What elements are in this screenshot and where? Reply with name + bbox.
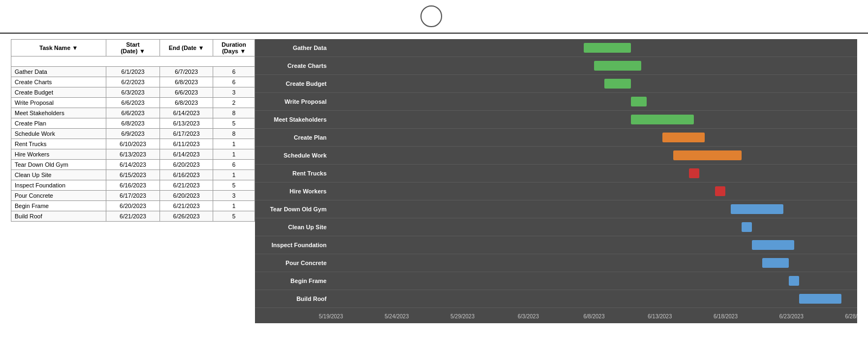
task-name: Schedule Work <box>11 129 106 139</box>
task-start: 6/14/2023 <box>106 160 160 170</box>
task-name: Tear Down Old Gym <box>11 160 106 170</box>
task-end: 6/8/2023 <box>159 77 213 87</box>
xaxis-label: 5/19/2023 <box>319 313 343 319</box>
task-start: 6/13/2023 <box>106 149 160 160</box>
task-dur: 1 <box>213 170 255 180</box>
table-row: Meet Stakeholders 6/6/2023 6/14/2023 8 <box>11 108 255 118</box>
task-start: 6/16/2023 <box>106 180 160 191</box>
col-start: Start(Date) ▼ <box>106 40 160 56</box>
page-header <box>0 0 868 34</box>
task-end: 6/21/2023 <box>159 201 213 211</box>
gantt-row-label: Create Charts <box>255 62 331 69</box>
gantt-row-label: Begin Frame <box>255 278 331 284</box>
task-start: 6/3/2023 <box>106 87 160 98</box>
gantt-bar <box>662 133 705 142</box>
table-row: Pour Concrete 6/17/2023 6/20/2023 3 <box>11 191 255 201</box>
gantt-bar <box>762 258 789 268</box>
xaxis-label: 6/23/2023 <box>780 313 804 319</box>
task-end: 6/16/2023 <box>159 170 213 180</box>
task-end: 6/20/2023 <box>159 160 213 170</box>
xaxis-label: 6/18/2023 <box>713 313 738 319</box>
gantt-row: Clean Up Site <box>255 218 857 236</box>
gantt-row-label: Write Proposal <box>255 98 331 105</box>
gantt-bar <box>594 61 641 71</box>
gantt-row: Gather Data <box>255 39 857 57</box>
table-row: Schedule Work 6/9/2023 6/17/2023 8 <box>11 129 255 139</box>
gantt-row-label: Create Budget <box>255 80 331 87</box>
table-row: Create Charts 6/2/2023 6/8/2023 6 <box>11 77 255 87</box>
gantt-row: Pour Concrete <box>255 254 857 272</box>
gantt-row-label: Hire Workers <box>255 188 331 194</box>
task-name: Hire Workers <box>11 149 106 160</box>
task-name: Inspect Foundation <box>11 180 106 191</box>
task-dur: 5 <box>213 180 255 191</box>
gantt-bar <box>584 43 631 53</box>
task-dur: 6 <box>213 67 255 77</box>
table-row: Rent Trucks 6/10/2023 6/11/2023 1 <box>11 139 255 149</box>
gantt-bar <box>689 168 699 178</box>
gantt-row: Build Roof <box>255 290 857 308</box>
gantt-bar <box>789 276 799 286</box>
task-dur: 5 <box>213 118 255 129</box>
table-row: Hire Workers 6/13/2023 6/14/2023 1 <box>11 149 255 160</box>
gantt-bar <box>742 222 752 232</box>
task-end: 6/17/2023 <box>159 129 213 139</box>
gantt-bar <box>631 115 694 124</box>
gantt-bar <box>673 150 742 160</box>
task-dur: 1 <box>213 201 255 211</box>
gantt-row-label: Meet Stakeholders <box>255 116 331 123</box>
task-table-container: Task Name ▼ Start(Date) ▼ End (Date ▼ Du… <box>11 39 255 323</box>
task-dur: 3 <box>213 191 255 201</box>
task-end: 6/13/2023 <box>159 118 213 129</box>
gantt-row: Create Charts <box>255 57 857 75</box>
xaxis-label: 6/28/2023 <box>845 313 857 319</box>
pm-logo <box>420 5 442 27</box>
task-end: 6/21/2023 <box>159 180 213 191</box>
table-row: Clean Up Site 6/15/2023 6/16/2023 1 <box>11 170 255 180</box>
gantt-row: Rent Trucks <box>255 165 857 183</box>
task-dur: 8 <box>213 129 255 139</box>
gantt-row-label: Pour Concrete <box>255 260 331 266</box>
task-name: Meet Stakeholders <box>11 108 106 118</box>
task-dur: 3 <box>213 87 255 98</box>
table-row: Create Budget 6/3/2023 6/6/2023 3 <box>11 87 255 98</box>
task-dur: 5 <box>213 211 255 222</box>
task-end: 6/7/2023 <box>159 67 213 77</box>
gantt-row: Schedule Work <box>255 147 857 165</box>
task-start: 6/2/2023 <box>106 77 160 87</box>
task-start: 6/6/2023 <box>106 108 160 118</box>
gantt-row: Meet Stakeholders <box>255 111 857 129</box>
gantt-bar <box>604 79 631 89</box>
table-row: Create Plan 6/8/2023 6/13/2023 5 <box>11 118 255 129</box>
gantt-bar <box>799 294 841 304</box>
gantt-row-label: Gather Data <box>255 45 331 51</box>
table-row: Tear Down Old Gym 6/14/2023 6/20/2023 6 <box>11 160 255 170</box>
task-start: 6/17/2023 <box>106 191 160 201</box>
task-name: Gather Data <box>11 67 106 77</box>
task-name: Begin Frame <box>11 201 106 211</box>
task-end: 6/20/2023 <box>159 191 213 201</box>
gantt-bar <box>715 186 725 196</box>
task-name: Build Roof <box>11 211 106 222</box>
gantt-row: Inspect Foundation <box>255 236 857 254</box>
gantt-row: Create Budget <box>255 75 857 93</box>
xaxis-label: 6/8/2023 <box>584 313 605 319</box>
col-end: End (Date ▼ <box>159 40 213 56</box>
gantt-row-label: Build Roof <box>255 296 331 302</box>
task-start: 6/10/2023 <box>106 139 160 149</box>
task-name: Clean Up Site <box>11 170 106 180</box>
gantt-bar <box>731 204 783 214</box>
task-end: 6/26/2023 <box>159 211 213 222</box>
task-dur: 6 <box>213 160 255 170</box>
task-end: 6/6/2023 <box>159 87 213 98</box>
gantt-chart: Gather DataCreate ChartsCreate BudgetWri… <box>255 39 857 323</box>
xaxis-label: 6/3/2023 <box>518 313 539 319</box>
col-task: Task Name ▼ <box>11 40 106 56</box>
gantt-row-label: Create Plan <box>255 134 331 141</box>
gantt-row: Create Plan <box>255 129 857 147</box>
gantt-bar <box>631 97 647 106</box>
gantt-row: Tear Down Old Gym <box>255 200 857 218</box>
task-start: 6/21/2023 <box>106 211 160 222</box>
xaxis-label: 5/24/2023 <box>385 313 409 319</box>
task-start: 6/8/2023 <box>106 118 160 129</box>
